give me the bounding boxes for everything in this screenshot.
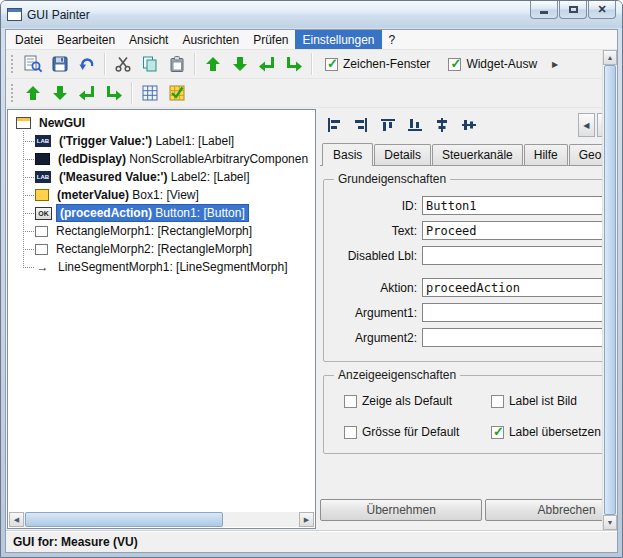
reparent-right-button[interactable] xyxy=(100,80,127,106)
menu-help[interactable]: ? xyxy=(382,30,403,49)
close-button[interactable] xyxy=(588,1,616,19)
aktion-input[interactable] xyxy=(422,278,618,297)
align-left-button[interactable] xyxy=(320,112,347,138)
tree-item-rectanglemorph1[interactable]: RectangleMorph1: [RectangleMorph] xyxy=(8,222,315,240)
menu-bearbeiten[interactable]: Bearbeiten xyxy=(50,30,122,49)
cut-button[interactable] xyxy=(109,51,136,77)
tab-details[interactable]: Details xyxy=(374,144,431,165)
zeichen-fenster-option[interactable]: Zeichen-Fenster xyxy=(325,57,430,71)
zeichen-fenster-checkbox[interactable] xyxy=(325,58,338,71)
minimize-button[interactable] xyxy=(530,1,558,19)
scrollbar-track[interactable] xyxy=(24,512,299,527)
tree-item-label: (ledDisplay) NonScrollableArbitraryCompo… xyxy=(55,151,311,167)
corner-arrow-right-icon xyxy=(105,84,123,102)
checkbox-label: Label ist Bild xyxy=(509,394,577,408)
toolbar-overflow-icon[interactable] xyxy=(548,52,562,76)
tab-hilfe[interactable]: Hilfe xyxy=(524,144,568,165)
grid-snap-button[interactable] xyxy=(163,80,190,106)
move-into-button[interactable] xyxy=(253,51,280,77)
align-right-button[interactable] xyxy=(347,112,374,138)
paste-icon xyxy=(168,55,186,73)
move-down-button[interactable] xyxy=(226,51,253,77)
tree-item-newgui[interactable]: NewGUI xyxy=(8,114,315,132)
tree-item-label: RectangleMorph1: [RectangleMorph] xyxy=(53,223,255,239)
cut-icon xyxy=(114,55,132,73)
tree-item-label: (meterValue) Box1: [View] xyxy=(54,187,202,203)
tree-item-label1[interactable]: ('Trigger Value:') Label1: [Label] xyxy=(8,132,315,150)
widget-auswahl-checkbox[interactable] xyxy=(448,58,461,71)
align-right-icon xyxy=(352,116,370,134)
groesse-fuer-default-option[interactable]: Grösse für Default xyxy=(344,425,485,439)
tree-item-box1[interactable]: (meterValue) Box1: [View] xyxy=(8,186,315,204)
label-ist-bild-option[interactable]: Label ist Bild xyxy=(491,394,618,408)
move-up-button[interactable] xyxy=(199,51,226,77)
tree-item-linesegmentmorph1[interactable]: LineSegmentMorph1: [LineSegmentMorph] xyxy=(8,258,315,276)
undo-button[interactable] xyxy=(73,51,100,77)
window-controls xyxy=(530,1,616,19)
align-bottom-button[interactable] xyxy=(401,112,428,138)
menu-ansicht[interactable]: Ansicht xyxy=(122,30,175,49)
apply-button[interactable]: Übernehmen xyxy=(320,499,482,521)
zeige-als-default-checkbox[interactable] xyxy=(344,395,357,408)
browse-icon xyxy=(23,54,43,74)
tree-item-leddisplay[interactable]: (ledDisplay) NonScrollableArbitraryCompo… xyxy=(8,150,315,168)
lower-button[interactable] xyxy=(46,80,73,106)
id-input[interactable] xyxy=(422,196,618,215)
tree-horizontal-scrollbar[interactable] xyxy=(9,512,314,527)
button-icon xyxy=(35,207,52,220)
text-input[interactable] xyxy=(422,221,618,240)
widget-tree-panel: NewGUI ('Trigger Value:') Label1: [Label… xyxy=(7,109,316,529)
tree-item-label: (proceedAction) Button1: [Button] xyxy=(57,205,248,221)
titlebar[interactable]: GUI Painter xyxy=(1,1,622,28)
properties-panel: Basis Details Steuerkanäle Hilfe Geometr… xyxy=(320,109,618,529)
reparent-left-button[interactable] xyxy=(73,80,100,106)
scroll-down-icon[interactable] xyxy=(603,515,617,530)
center-vertical-button[interactable] xyxy=(455,112,482,138)
tree-item-rectanglemorph2[interactable]: RectangleMorph2: [RectangleMorph] xyxy=(8,240,315,258)
scroll-up-icon[interactable] xyxy=(603,50,617,65)
tree-item-button1-selected[interactable]: (proceedAction) Button1: [Button] xyxy=(8,204,315,222)
tab-steuerkanaele[interactable]: Steuerkanäle xyxy=(432,144,523,165)
move-out-button[interactable] xyxy=(280,51,307,77)
scrollbar-thumb[interactable] xyxy=(25,512,223,527)
copy-icon xyxy=(141,55,159,73)
menu-pruefen[interactable]: Prüfen xyxy=(246,30,295,49)
center-horizontal-button[interactable] xyxy=(428,112,455,138)
center-vertical-icon xyxy=(460,116,478,134)
scroll-left-icon[interactable] xyxy=(9,512,24,527)
form-row: Argument1: xyxy=(330,303,618,322)
tab-basis[interactable]: Basis xyxy=(322,143,373,166)
save-button[interactable] xyxy=(46,51,73,77)
browse-button[interactable] xyxy=(19,51,46,77)
argument1-label: Argument1: xyxy=(330,306,422,320)
cancel-button[interactable]: Abbrechen xyxy=(485,499,618,521)
arrow-down-icon xyxy=(51,84,69,102)
raise-button[interactable] xyxy=(19,80,46,106)
disabled-lbl-input[interactable] xyxy=(422,246,618,265)
label-uebersetzen-checkbox[interactable] xyxy=(491,426,504,439)
scrollbar-thumb[interactable] xyxy=(604,65,616,515)
argument1-input[interactable] xyxy=(422,303,618,322)
copy-button[interactable] xyxy=(136,51,163,77)
grid-button[interactable] xyxy=(136,80,163,106)
label-ist-bild-checkbox[interactable] xyxy=(491,395,504,408)
prev-widget-icon[interactable] xyxy=(578,113,595,137)
tree-connector xyxy=(16,132,35,150)
zeige-als-default-option[interactable]: Zeige als Default xyxy=(344,394,485,408)
label-uebersetzen-option[interactable]: Label übersetzen xyxy=(491,425,618,439)
action-buttons: Übernehmen Abbrechen xyxy=(320,499,618,521)
gui-painter-window: GUI Painter Datei Bearbeiten Ansicht Aus… xyxy=(0,0,623,558)
menu-ausrichten[interactable]: Ausrichten xyxy=(175,30,246,49)
scroll-right-icon[interactable] xyxy=(299,512,314,527)
vertical-scrollbar[interactable] xyxy=(602,50,617,530)
groesse-fuer-default-checkbox[interactable] xyxy=(344,426,357,439)
paste-button[interactable] xyxy=(163,51,190,77)
argument2-input[interactable] xyxy=(422,328,618,347)
align-top-button[interactable] xyxy=(374,112,401,138)
maximize-button[interactable] xyxy=(559,1,587,19)
undo-icon xyxy=(78,55,96,73)
menu-datei[interactable]: Datei xyxy=(8,30,50,49)
tree-item-label2[interactable]: ('Measured Value:') Label2: [Label] xyxy=(8,168,315,186)
menu-einstellungen[interactable]: Einstellungen xyxy=(295,30,381,49)
widget-auswahl-option[interactable]: Widget-Ausw xyxy=(448,57,537,71)
